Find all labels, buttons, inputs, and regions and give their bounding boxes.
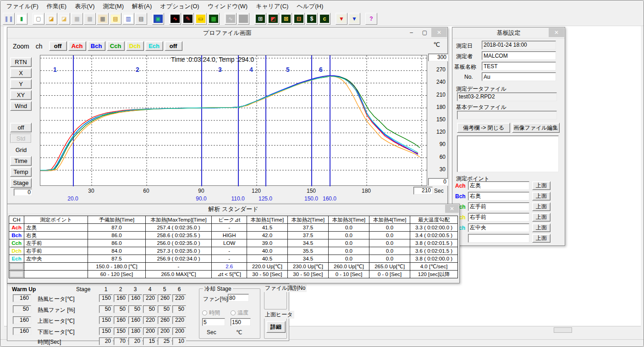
monitor-view-icon[interactable]: ▣ <box>152 13 164 25</box>
stage-value-0-5[interactable]: 220 <box>172 294 186 302</box>
board-no-input[interactable] <box>482 72 556 81</box>
stage-value-1-0[interactable]: 50 <box>99 305 113 313</box>
graph-table-1-icon[interactable]: ⊞ <box>254 13 266 25</box>
sidebar-button-wnd[interactable]: Wnd <box>10 101 32 111</box>
channel-button-dch-4[interactable]: Dch <box>126 41 144 51</box>
menu-item-8[interactable]: ヘルプ(H) <box>292 1 327 12</box>
stage-value-1-1[interactable]: 50 <box>114 305 127 313</box>
analysis-window-titlebar[interactable]: 解析 スタンダード ✕ <box>7 204 459 214</box>
channel-button-cch-3[interactable]: Cch <box>107 41 125 51</box>
new-profile-icon[interactable]: ▮ <box>16 13 28 25</box>
profile-window-titlebar[interactable]: プロファイル画面 – ▢ ✕ <box>7 27 447 38</box>
stage-value-4-0[interactable]: 20 <box>99 337 113 345</box>
sidebar-button-temp[interactable]: Temp <box>10 167 32 177</box>
stage-value-0-2[interactable]: 160 <box>128 294 142 302</box>
remarks-close-button[interactable]: 備考欄 -> 閉じる <box>457 123 510 133</box>
stage-value-0-0[interactable]: 150 <box>99 294 113 302</box>
point-name-input-1[interactable] <box>468 192 529 201</box>
point-side-button-4[interactable]: 上面 <box>532 223 550 232</box>
stage-value-1-5[interactable]: 50 <box>172 305 186 313</box>
channel-button-ach-1[interactable]: Ach <box>68 41 86 51</box>
graph-table-c-icon[interactable]: c <box>319 13 330 25</box>
stage-value-0-4[interactable]: 260 <box>158 294 171 302</box>
stage-counter-input[interactable] <box>14 189 32 196</box>
sidebar-button-y[interactable]: Y <box>10 79 32 89</box>
channel-button-off-6[interactable]: off <box>165 41 182 51</box>
stage-value-3-5[interactable]: 200 <box>172 327 186 335</box>
stage-value-3-0[interactable]: 150 <box>99 327 113 335</box>
sidebar-button-time[interactable]: Time <box>10 156 32 166</box>
label-print-icon[interactable]: ▤ <box>110 13 121 25</box>
point-name-input-0[interactable] <box>468 181 529 190</box>
graph-table-3-icon[interactable]: ⊠ <box>280 13 292 25</box>
image-file-edit-button[interactable]: 画像ファイル編集 <box>512 123 560 133</box>
close-icon[interactable]: ✕ <box>549 28 564 37</box>
board-name-input[interactable] <box>482 62 556 70</box>
profile-chart[interactable]: 123456Time :0:03:24.0, Temp :294.0 <box>40 55 427 186</box>
graph-table-4-icon[interactable]: ⊟ <box>293 13 305 25</box>
save-export-icon[interactable]: ▦ <box>97 13 109 25</box>
stage-value-4-3[interactable]: 15 <box>143 337 157 345</box>
menu-item-2[interactable]: 表示(V) <box>71 1 99 12</box>
sidebar-button-std[interactable]: Std <box>10 134 32 143</box>
point-name-input-4[interactable] <box>468 223 529 232</box>
close-icon[interactable]: ✕ <box>445 205 459 213</box>
cooling-temp-radio[interactable]: 温度 <box>231 309 248 317</box>
save-icon[interactable]: ▦ <box>71 13 83 25</box>
warmup-value-1[interactable]: 50 <box>13 305 31 313</box>
stage-value-2-3[interactable]: 220 <box>143 316 157 324</box>
open-folder-icon[interactable]: ◪ <box>45 13 57 25</box>
profile-graph-icon[interactable]: ∿ <box>169 13 181 25</box>
menu-item-3[interactable]: 測定(M) <box>99 1 128 12</box>
cooling-time-radio[interactable]: 時間 <box>202 309 220 317</box>
warmup-value-3[interactable]: 160 <box>13 327 31 335</box>
channel-button-ech-5[interactable]: Ech <box>145 41 163 51</box>
cooling-fan-input[interactable] <box>228 294 249 302</box>
menu-item-6[interactable]: ウィンドウ(W) <box>204 1 252 12</box>
save-as-icon[interactable]: ▦ <box>84 13 96 25</box>
graph-table-s-icon[interactable]: $ <box>306 13 318 25</box>
device-upload-icon[interactable]: ▼ <box>348 13 360 25</box>
warmup-value-0[interactable]: 160 <box>13 294 31 302</box>
stage-value-1-3[interactable]: 50 <box>143 305 157 313</box>
menu-item-1[interactable]: 作業(E) <box>43 1 71 12</box>
menu-item-0[interactable]: ファイル(F) <box>2 1 43 12</box>
wave-disabled-icon[interactable]: ∿ <box>225 13 237 25</box>
stage-value-3-1[interactable]: 150 <box>114 327 127 335</box>
y-axis-min-input[interactable]: 0 <box>428 178 448 186</box>
operator-input[interactable] <box>482 51 556 60</box>
stage-value-2-2[interactable]: 160 <box>128 316 142 324</box>
point-side-button-3[interactable]: 上面 <box>532 213 550 222</box>
stage-value-3-2[interactable]: 180 <box>128 327 142 335</box>
stage-value-4-5[interactable]: 10 <box>172 337 186 345</box>
warmup-value-2[interactable]: 160 <box>13 316 31 324</box>
y-axis-max-input[interactable]: 300 <box>428 54 448 61</box>
stage-value-0-3[interactable]: 220 <box>143 294 157 302</box>
blank-disabled-icon[interactable] <box>237 13 249 25</box>
sidebar-button-off[interactable]: off <box>10 123 32 132</box>
menu-item-5[interactable]: オプション(O) <box>156 1 203 12</box>
stage-value-3-3[interactable]: 200 <box>143 327 157 335</box>
point-name-input-2[interactable] <box>468 202 529 211</box>
logger-device-icon[interactable]: ▭ <box>195 13 207 25</box>
remarks-textarea[interactable] <box>457 136 559 172</box>
stage-value-4-4[interactable]: 25 <box>158 337 171 345</box>
stage-value-2-1[interactable]: 160 <box>114 316 127 324</box>
sidebar-button-stage[interactable]: Stage <box>10 178 32 188</box>
sidebar-button-x[interactable]: X <box>10 68 32 78</box>
point-side-button-5[interactable]: 上面 <box>532 234 550 243</box>
board-map-icon[interactable]: ▦ <box>208 13 220 25</box>
stage-value-4-2[interactable]: 20 <box>128 337 142 345</box>
new-document-icon[interactable]: ▢ <box>33 13 44 25</box>
stage-value-2-5[interactable]: 220 <box>172 316 186 324</box>
stage-value-1-2[interactable]: 50 <box>128 305 142 313</box>
print-icon[interactable]: ▤ <box>135 13 147 25</box>
window-split-icon[interactable]: ❚❚ <box>3 13 15 25</box>
channel-button-off-0[interactable]: off <box>49 41 67 51</box>
board-window-titlebar[interactable]: 基板設定 ✕ <box>452 27 565 38</box>
report-view-icon[interactable]: ▥ <box>122 13 134 25</box>
menu-item-4[interactable]: 解析(A) <box>128 1 156 12</box>
stage-value-3-4[interactable]: 200 <box>158 327 171 335</box>
stage-value-4-1[interactable]: 70 <box>114 337 127 345</box>
help-icon[interactable]: ? <box>365 13 377 25</box>
